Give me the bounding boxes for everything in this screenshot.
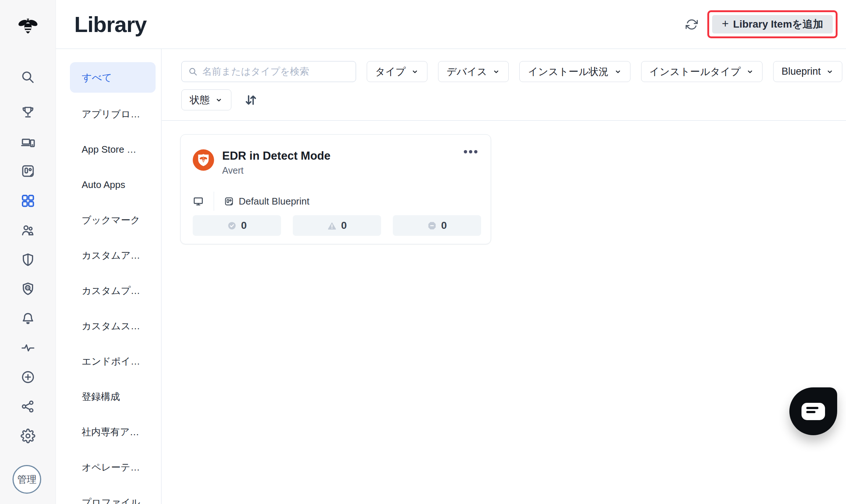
sidebar-item-devices[interactable]: [0, 135, 56, 149]
icon-rail: 管理: [0, 0, 56, 504]
chevron-down-icon: [215, 96, 223, 104]
sidebar-item-settings[interactable]: [0, 429, 56, 443]
search-box: [181, 61, 356, 82]
category-item[interactable]: App Store …: [70, 132, 161, 167]
sidebar-item-alerts[interactable]: [0, 311, 56, 326]
bell-icon: [21, 311, 35, 326]
blueprint-icon: [224, 196, 234, 206]
sidebar-item-integrations[interactable]: [0, 399, 56, 414]
card-title: EDR in Detect Mode: [222, 149, 331, 163]
chat-launcher-button[interactable]: [789, 387, 837, 435]
chat-bubble-icon: [801, 403, 825, 420]
status-pill-warning: 0: [293, 215, 381, 236]
refresh-icon: [686, 18, 698, 31]
filter-install-type[interactable]: インストールタイプ: [641, 61, 763, 82]
devices-icon: [21, 135, 35, 149]
page-title: Library: [74, 12, 146, 37]
filter-type-label: タイプ: [375, 65, 406, 78]
refresh-button[interactable]: [686, 18, 698, 31]
card-more-menu-button[interactable]: [462, 148, 480, 156]
chevron-down-icon: [826, 68, 834, 76]
pulse-icon: [21, 341, 35, 355]
chevron-down-icon: [746, 68, 754, 76]
sidebar-item-achievements[interactable]: [0, 105, 56, 120]
filter-device[interactable]: デバイス: [438, 61, 509, 82]
filter-blueprint[interactable]: Blueprint: [773, 61, 843, 82]
ellipsis-icon: [464, 150, 467, 153]
chevron-down-icon: [492, 68, 500, 76]
header-actions: + Library Itemを追加: [686, 10, 838, 38]
category-item[interactable]: アプリブロ…: [70, 96, 161, 132]
category-item[interactable]: オペレーテ…: [70, 450, 161, 485]
sidebar-item-threat-management[interactable]: [0, 281, 56, 296]
filter-install-status[interactable]: インストール状況: [519, 61, 630, 82]
category-item[interactable]: カスタムス…: [70, 308, 161, 344]
filter-state-label: 状態: [190, 93, 210, 107]
minus-octagon-icon: [427, 221, 437, 231]
filter-type[interactable]: タイプ: [367, 61, 427, 82]
category-item[interactable]: カスタムア…: [70, 238, 161, 273]
status-pill-success: 0: [193, 215, 281, 236]
search-icon: [188, 67, 198, 77]
trophy-icon: [21, 105, 35, 120]
sidebar-item-users[interactable]: [0, 223, 56, 238]
search-icon: [21, 70, 35, 85]
category-item[interactable]: エンドポイ…: [70, 344, 161, 379]
card-blueprint-row: Default Blueprint: [193, 192, 309, 211]
shield-icon: [21, 252, 35, 267]
plus-circle-icon: [21, 370, 35, 384]
bee-icon: [17, 16, 39, 38]
category-item[interactable]: 登録構成: [70, 379, 161, 414]
warning-triangle-icon: [327, 221, 337, 231]
card-status-pills: 0 0 0: [193, 215, 481, 236]
users-icon: [21, 223, 35, 238]
status-pill-blocked: 0: [393, 215, 481, 236]
sidebar-item-activity[interactable]: [0, 341, 56, 355]
sidebar-item-blueprints[interactable]: [0, 164, 56, 178]
status-count: 0: [341, 220, 347, 231]
check-circle-icon: [227, 221, 237, 231]
avert-app-icon: [193, 149, 214, 171]
library-grid: EDR in Detect Mode Avert Default Bluepri…: [162, 121, 846, 244]
filter-device-label: デバイス: [447, 65, 487, 78]
shield-scan-icon: [21, 281, 35, 296]
library-item-card[interactable]: EDR in Detect Mode Avert Default Bluepri…: [180, 134, 491, 244]
monitor-icon: [193, 196, 204, 207]
status-count: 0: [241, 220, 247, 231]
card-vendor: Avert: [222, 165, 331, 176]
category-sidebar: すべて アプリブロ… App Store … Auto Apps ブックマーク …: [56, 49, 161, 504]
filter-blueprint-label: Blueprint: [782, 66, 821, 77]
card-header: EDR in Detect Mode Avert: [193, 149, 331, 176]
sidebar-item-security[interactable]: [0, 252, 56, 267]
share-nodes-icon: [21, 399, 35, 414]
sidebar-item-library[interactable]: [0, 194, 56, 208]
category-item[interactable]: プロファイル: [70, 485, 161, 504]
main-content: タイプ デバイス インストール状況 インストールタイプ Blueprint: [162, 49, 846, 504]
kandji-logo[interactable]: [0, 16, 56, 38]
category-item-all[interactable]: すべて: [70, 62, 156, 93]
gear-icon: [21, 429, 35, 443]
category-item[interactable]: Auto Apps: [70, 167, 161, 202]
filter-state[interactable]: 状態: [181, 89, 231, 110]
category-item[interactable]: ブックマーク: [70, 202, 161, 238]
add-library-item-label: Library Itemを追加: [733, 17, 823, 31]
status-count: 0: [441, 220, 447, 231]
vertical-divider: [214, 192, 214, 211]
filter-install-type-label: インストールタイプ: [650, 65, 741, 78]
sidebar-item-search[interactable]: [0, 70, 56, 85]
plus-icon: +: [722, 18, 729, 29]
sort-button[interactable]: [244, 93, 258, 107]
grid-icon: [21, 194, 35, 208]
add-library-item-button[interactable]: + Library Itemを追加: [712, 15, 833, 33]
page-header: Library + Library Itemを追加: [56, 0, 846, 49]
chevron-down-icon: [411, 68, 419, 76]
chevron-down-icon: [614, 68, 622, 76]
category-item[interactable]: カスタムプ…: [70, 273, 161, 308]
admin-avatar[interactable]: 管理: [13, 465, 41, 494]
sort-arrows-icon: [244, 93, 258, 107]
blueprint-card-icon: [21, 164, 35, 178]
search-input[interactable]: [202, 66, 349, 77]
sidebar-item-add[interactable]: [0, 370, 56, 384]
blueprint-label: Default Blueprint: [239, 196, 309, 207]
category-item[interactable]: 社内専有ア…: [70, 414, 161, 450]
